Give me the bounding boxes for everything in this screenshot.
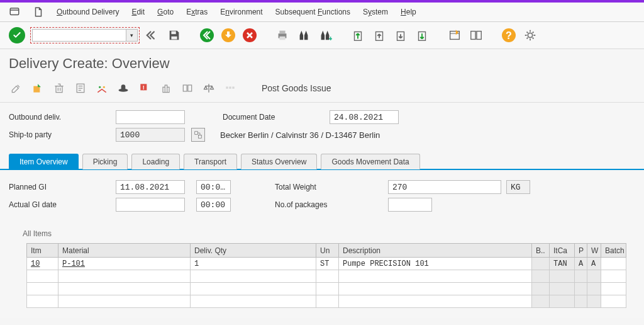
cell-p[interactable] — [575, 295, 587, 308]
cell-p[interactable]: A — [575, 258, 587, 270]
ship-to-details-button[interactable] — [191, 128, 205, 142]
cell-itm[interactable] — [27, 270, 58, 283]
col-material[interactable]: Material — [58, 244, 191, 258]
post-goods-issue-button[interactable]: Post Goods Issue — [244, 83, 331, 93]
cell-w[interactable] — [587, 283, 601, 295]
cell-b[interactable] — [532, 295, 550, 308]
enter-button[interactable] — [9, 27, 25, 43]
tab-loading[interactable]: Loading — [131, 154, 180, 169]
cell-p[interactable] — [575, 270, 587, 283]
next-page-button[interactable] — [392, 27, 409, 43]
items-grid[interactable]: Itm Material Deliv. Qty Un Description B… — [26, 243, 626, 308]
tab-picking[interactable]: Picking — [82, 154, 128, 169]
header-details-icon[interactable] — [73, 81, 88, 96]
cell-itm[interactable] — [27, 295, 58, 308]
cell-itca[interactable] — [550, 270, 575, 283]
menu-edit[interactable]: Edit — [131, 8, 145, 16]
col-batch[interactable]: Batch — [601, 244, 626, 258]
tab-goods-movement-data[interactable]: Goods Movement Data — [321, 154, 419, 169]
cell-desc[interactable] — [339, 295, 532, 308]
session-icon[interactable] — [9, 6, 20, 18]
cell-desc[interactable]: Pumpe PRECISION 101 — [339, 258, 532, 270]
exit-button[interactable] — [220, 27, 236, 43]
planned-gi-time-field[interactable] — [196, 180, 231, 194]
cell-material[interactable]: P-101 — [58, 258, 191, 270]
col-itca[interactable]: ItCa — [550, 244, 575, 258]
table-row[interactable] — [27, 283, 626, 295]
outbound-deliv-field[interactable] — [116, 110, 185, 124]
help-button[interactable]: ? — [501, 27, 517, 43]
col-b[interactable]: B.. — [532, 244, 550, 258]
cell-un[interactable] — [316, 283, 339, 295]
display-change-icon[interactable] — [9, 81, 24, 96]
weigh-icon[interactable] — [201, 81, 216, 96]
cell-b[interactable] — [532, 270, 550, 283]
col-w[interactable]: W — [587, 244, 601, 258]
cell-w[interactable] — [587, 270, 601, 283]
cell-batch[interactable] — [601, 295, 626, 308]
layout-button[interactable] — [468, 27, 484, 43]
menu-environment[interactable]: Environment — [220, 8, 262, 16]
cell-material[interactable] — [58, 270, 191, 283]
cell-itm[interactable]: 10 — [27, 258, 58, 270]
col-un[interactable]: Un — [316, 244, 339, 258]
tab-transport[interactable]: Transport — [184, 154, 237, 169]
idoc-icon[interactable] — [223, 81, 238, 96]
incompletion-icon[interactable]: ! — [137, 81, 152, 96]
find-button[interactable] — [296, 27, 312, 43]
command-dropdown[interactable]: ▾ — [126, 29, 138, 42]
cell-desc[interactable] — [339, 283, 532, 295]
cell-p[interactable] — [575, 283, 587, 295]
cell-b[interactable] — [532, 283, 550, 295]
cell-itca[interactable] — [550, 295, 575, 308]
col-itm[interactable]: Itm — [27, 244, 58, 258]
total-weight-field[interactable] — [388, 180, 501, 194]
col-deliv-qty[interactable]: Deliv. Qty — [191, 244, 316, 258]
command-field[interactable] — [32, 29, 126, 42]
cell-itca[interactable]: TAN — [550, 258, 575, 270]
cell-w[interactable]: A — [587, 258, 601, 270]
tab-item-overview[interactable]: Item Overview — [9, 154, 79, 169]
back-button[interactable] — [145, 27, 161, 43]
menu-outbound-delivery[interactable]: Outbound Delivery — [57, 8, 119, 16]
cell-itm[interactable] — [27, 283, 58, 295]
delete-icon[interactable] — [52, 81, 67, 96]
last-page-button[interactable] — [414, 27, 430, 43]
cell-batch[interactable] — [601, 258, 626, 270]
save-button[interactable] — [166, 27, 182, 43]
menu-help[interactable]: Help — [401, 8, 416, 16]
table-row[interactable] — [27, 295, 626, 308]
cell-w[interactable] — [587, 295, 601, 308]
menu-system[interactable]: System — [363, 8, 388, 16]
document-date-field[interactable] — [330, 110, 399, 124]
cell-batch[interactable] — [601, 270, 626, 283]
cell-un[interactable] — [316, 270, 339, 283]
back-circle-button[interactable] — [199, 27, 215, 43]
hat-icon[interactable] — [116, 81, 131, 96]
col-p[interactable]: P — [575, 244, 587, 258]
cell-qty[interactable]: 1 — [191, 258, 316, 270]
menu-doc-icon[interactable] — [33, 6, 44, 18]
col-description[interactable]: Description — [339, 244, 532, 258]
cell-qty[interactable] — [191, 295, 316, 308]
table-row[interactable] — [27, 270, 626, 283]
new-session-button[interactable] — [447, 27, 463, 43]
cell-material[interactable] — [58, 295, 191, 308]
cell-qty[interactable] — [191, 270, 316, 283]
actual-gi-date-field[interactable] — [116, 198, 185, 212]
cell-un[interactable]: ST — [316, 258, 339, 270]
split-icon[interactable] — [180, 81, 195, 96]
print-button[interactable] — [274, 27, 291, 43]
customize-button[interactable] — [522, 27, 538, 43]
cell-b[interactable] — [532, 258, 550, 270]
cell-qty[interactable] — [191, 283, 316, 295]
prev-page-button[interactable] — [371, 27, 387, 43]
menu-goto[interactable]: Goto — [157, 8, 174, 16]
planned-gi-date-field[interactable] — [116, 180, 185, 194]
cell-material[interactable] — [58, 283, 191, 295]
cell-batch[interactable] — [601, 283, 626, 295]
menu-subsequent-functions[interactable]: Subsequent Functions — [275, 8, 350, 16]
packages-field[interactable] — [388, 198, 432, 212]
actual-gi-time-field[interactable] — [196, 198, 231, 212]
cell-desc[interactable] — [339, 270, 532, 283]
